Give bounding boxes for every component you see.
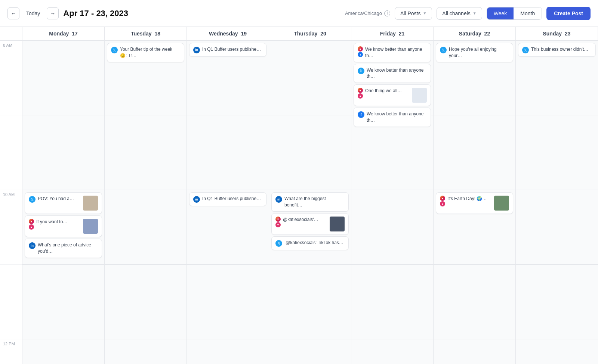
tuesday-12pm-section [105, 339, 187, 364]
friday-8am-section: ● f We know better than anyone th… 𝕏 We … [351, 41, 433, 115]
post-text: In Q1 Buffer users publishe… [202, 196, 262, 202]
reels-icon: ● [275, 222, 281, 227]
monday-12pm-section [22, 339, 104, 364]
post-text: This business owner didn't… [531, 46, 592, 53]
sunday-10am-section [516, 190, 598, 265]
month-view-button[interactable]: Month [514, 7, 542, 19]
day-header-sunday: Sunday 23 [516, 27, 598, 40]
create-post-button[interactable]: Create Post [546, 7, 591, 20]
post-thumbnail [83, 219, 98, 234]
app-header: ← Today → Apr 17 - 23, 2023 America/Chic… [0, 0, 598, 27]
calendar: Monday 17 Tuesday 18 Wednesday 19 Thursd… [0, 27, 598, 364]
post-wednesday-q1-10am[interactable]: in In Q1 Buffer users publishe… [189, 192, 266, 206]
post-friday-know-better-1[interactable]: ● f We know better than anyone th… [354, 43, 431, 62]
day-name-tuesday: Tuesday [131, 31, 152, 37]
post-text: In Q1 Buffer users publishe… [202, 46, 262, 53]
monday-8am-section [22, 41, 104, 115]
linkedin-icon: in [193, 196, 200, 203]
twitter-icon: 𝕏 [522, 47, 529, 53]
post-thursday-katie-ig[interactable]: ● ● @katiexsocials'… [271, 213, 349, 235]
sunday-9am-section [516, 115, 598, 190]
all-channels-label: All channels [442, 10, 471, 16]
all-channels-filter[interactable]: All channels ▼ [437, 7, 482, 20]
info-icon[interactable]: i [384, 10, 390, 16]
post-thumbnail [494, 196, 509, 211]
tuesday-col: 𝕏 Your Buffer tip of the week 🙂: Tr… [105, 41, 187, 364]
day-header-monday: Monday 17 [22, 27, 105, 40]
instagram-icon: ● [440, 196, 445, 201]
day-name-monday: Monday [49, 31, 69, 37]
post-friday-one-thing[interactable]: ● ● One thing we all… [354, 84, 431, 106]
friday-12pm-section [351, 339, 433, 364]
post-text: What's one piece of advice you'd… [38, 242, 98, 255]
multi-icon: ● ● [275, 217, 281, 227]
saturday-12pm-section [434, 339, 515, 364]
post-text: It's Earth Day! 🌍… [447, 196, 492, 202]
day-header-tuesday: Tuesday 18 [105, 27, 187, 40]
time-gutter [0, 27, 22, 40]
saturday-9am-section [434, 115, 515, 190]
date-range: Apr 17 - 23, 2023 [63, 9, 128, 18]
instagram-icon: ● [358, 46, 363, 52]
timezone-info: America/Chicago i [345, 10, 390, 16]
day-header-thursday: Thursday 20 [269, 27, 351, 40]
post-monday-pov[interactable]: 𝕏 POV: You had a… [25, 192, 102, 214]
post-text: We know better than anyone th… [367, 67, 427, 80]
post-text: POV: You had a… [38, 196, 81, 202]
today-button[interactable]: Today [24, 9, 42, 18]
friday-9am-section [351, 115, 433, 190]
post-text: What are the biggest benefit… [284, 196, 345, 208]
post-wednesday-q1-8am[interactable]: in In Q1 Buffer users publishe… [189, 43, 266, 57]
thursday-10am-section: in What are the biggest benefit… ● ● @ka… [269, 190, 351, 265]
thursday-9am-section [269, 115, 351, 190]
day-num-wednesday: 19 [241, 31, 247, 37]
monday-col: 𝕏 POV: You had a… ● ● If you want to… i [22, 41, 105, 364]
reels-icon: ● [358, 93, 363, 99]
post-saturday-hope[interactable]: 𝕏 Hope you're all enjoying your… [436, 43, 513, 62]
day-headers: Monday 17 Tuesday 18 Wednesday 19 Thursd… [0, 27, 598, 41]
wednesday-8am-section: in In Q1 Buffer users publishe… [187, 41, 269, 115]
linkedin-icon: in [193, 47, 200, 53]
post-thumbnail [83, 196, 98, 211]
week-view-button[interactable]: Week [487, 7, 514, 19]
post-friday-know-better-2[interactable]: 𝕏 We know better than anyone th… [354, 64, 431, 83]
post-thumbnail [412, 88, 427, 103]
tuesday-10am-section [105, 190, 187, 265]
day-num-monday: 17 [72, 31, 78, 37]
saturday-col: 𝕏 Hope you're all enjoying your… ● ● It'… [434, 41, 516, 364]
instagram-icon: ● [358, 88, 363, 93]
wednesday-11am-section [187, 265, 269, 339]
post-thursday-katie-tw[interactable]: 𝕏 .@katiexsocials' TikTok has… [271, 236, 349, 250]
thursday-8am-section [269, 41, 351, 115]
multi-icon: ● ● [440, 196, 445, 206]
forward-button[interactable]: → [47, 7, 59, 19]
friday-11am-section [351, 265, 433, 339]
day-header-friday: Friday 21 [351, 27, 434, 40]
reels-icon: ● [440, 201, 445, 206]
post-text: One thing we all… [365, 88, 410, 94]
timezone-label: America/Chicago [345, 10, 382, 16]
saturday-10am-section: ● ● It's Earth Day! 🌍… [434, 190, 515, 265]
post-monday-ifyou[interactable]: ● ● If you want to… [25, 215, 102, 237]
all-posts-filter[interactable]: All Posts ▼ [395, 7, 432, 20]
post-text: If you want to… [36, 219, 81, 225]
time-11am [0, 265, 22, 339]
day-name-friday: Friday [380, 31, 396, 37]
time-9am [0, 115, 22, 190]
all-channels-arrow: ▼ [473, 11, 477, 15]
time-column: 8 AM 10 AM 12 PM [0, 41, 22, 364]
post-saturday-earth-day[interactable]: ● ● It's Earth Day! 🌍… [436, 192, 513, 214]
multi-icon: ● f [358, 46, 363, 57]
twitter-icon: 𝕏 [275, 240, 282, 247]
sunday-col: 𝕏 This business owner didn't… [516, 41, 598, 364]
sunday-12pm-section [516, 339, 598, 364]
post-sunday-business[interactable]: 𝕏 This business owner didn't… [518, 43, 596, 57]
thursday-12pm-section [269, 339, 351, 364]
saturday-8am-section: 𝕏 Hope you're all enjoying your… [434, 41, 515, 115]
back-button[interactable]: ← [7, 7, 19, 19]
monday-11am-section [22, 265, 104, 339]
post-tuesday-buffer-tip[interactable]: 𝕏 Your Buffer tip of the week 🙂: Tr… [107, 43, 184, 62]
post-thursday-benefits[interactable]: in What are the biggest benefit… [271, 192, 349, 212]
post-monday-advice[interactable]: in What's one piece of advice you'd… [25, 239, 102, 258]
twitter-icon: 𝕏 [29, 196, 36, 203]
